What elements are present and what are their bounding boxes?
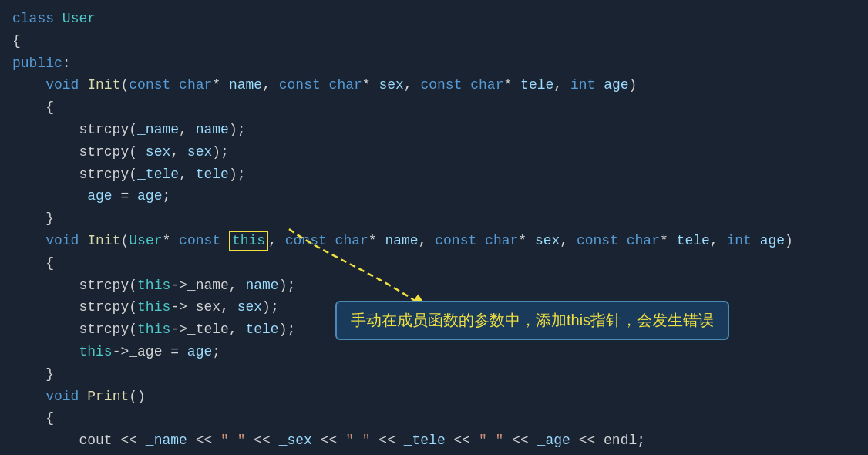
code-line: { xyxy=(12,252,856,275)
code-line: { xyxy=(12,30,856,52)
annotation-text: 手动在成员函数的参数中，添加this指针，会发生错误 xyxy=(351,312,714,329)
code-line: public: xyxy=(12,52,856,75)
code-line: } xyxy=(12,363,856,386)
code-line: { xyxy=(12,407,856,430)
code-line: strcpy(this->_name, name); xyxy=(12,275,856,297)
code-line: cout << _name << " " << _sex << " " << _… xyxy=(12,430,856,452)
code-line: void Init(const char* name, const char* … xyxy=(12,74,856,96)
code-line: void Print() xyxy=(12,386,856,408)
code-line: class User xyxy=(12,8,856,30)
code-line: strcpy(_tele, tele); xyxy=(12,163,856,186)
code-line: this->_age = age; xyxy=(12,341,856,363)
highlighted-this: this xyxy=(229,231,268,251)
code-line-this: void Init(User* const this, const char* … xyxy=(12,230,856,252)
code-line: { xyxy=(12,96,856,119)
code-line: _age = age; xyxy=(12,185,856,207)
code-line: } xyxy=(12,207,856,230)
annotation-bubble: 手动在成员函数的参数中，添加this指针，会发生错误 xyxy=(335,301,729,340)
code-line: strcpy(_sex, sex); xyxy=(12,141,856,163)
code-line: } xyxy=(12,452,856,455)
code-block: class User { public: void Init(const cha… xyxy=(0,0,868,455)
code-line: strcpy(_name, name); xyxy=(12,119,856,141)
